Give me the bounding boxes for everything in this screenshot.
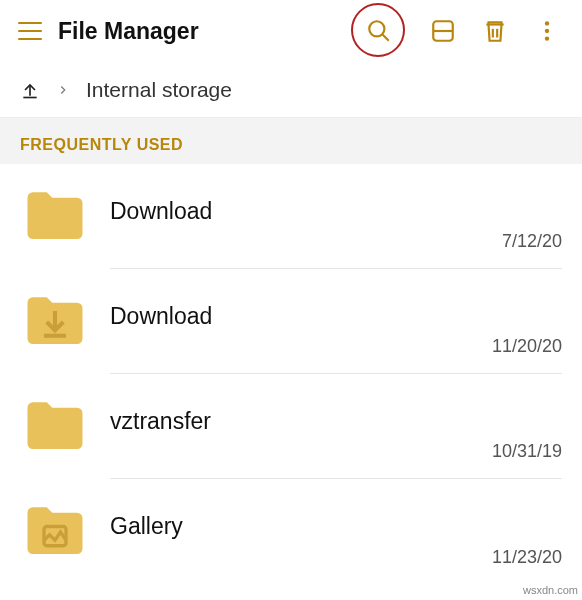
folder-icon — [0, 399, 110, 455]
more-icon[interactable] — [532, 16, 562, 46]
svg-point-7 — [545, 29, 549, 33]
view-toggle-icon[interactable] — [428, 16, 458, 46]
item-date: 11/20/20 — [492, 336, 562, 357]
up-icon[interactable] — [20, 80, 40, 100]
chevron-right-icon — [56, 83, 70, 97]
app-title: File Manager — [58, 18, 352, 45]
toolbar — [352, 4, 572, 58]
search-button[interactable] — [352, 4, 406, 58]
svg-point-6 — [545, 21, 549, 25]
item-name: Gallery — [110, 513, 562, 540]
breadcrumb-location[interactable]: Internal storage — [86, 78, 232, 102]
list-item[interactable]: Download 11/20/20 — [0, 269, 582, 374]
top-bar: File Manager — [0, 0, 582, 62]
item-name: Download — [110, 198, 562, 225]
breadcrumb: Internal storage — [0, 62, 582, 118]
item-date: 10/31/19 — [492, 441, 562, 462]
item-date: 7/12/20 — [502, 231, 562, 252]
folder-image-icon — [0, 504, 110, 560]
item-name: Download — [110, 303, 562, 330]
menu-icon[interactable] — [10, 11, 50, 51]
watermark: wsxdn.com — [523, 584, 578, 596]
highlight-ring — [351, 3, 405, 57]
item-name: vztransfer — [110, 408, 562, 435]
list-item[interactable]: Gallery 11/23/20 — [0, 479, 582, 584]
folder-icon — [0, 189, 110, 245]
file-list: Download 7/12/20 Download 11/20/20 — [0, 164, 582, 584]
trash-icon[interactable] — [480, 16, 510, 46]
svg-point-8 — [545, 36, 549, 40]
list-item[interactable]: Download 7/12/20 — [0, 164, 582, 269]
section-header: FREQUENTLY USED — [0, 118, 582, 164]
folder-download-icon — [0, 294, 110, 350]
item-date: 11/23/20 — [492, 547, 562, 568]
list-item[interactable]: vztransfer 10/31/19 — [0, 374, 582, 479]
